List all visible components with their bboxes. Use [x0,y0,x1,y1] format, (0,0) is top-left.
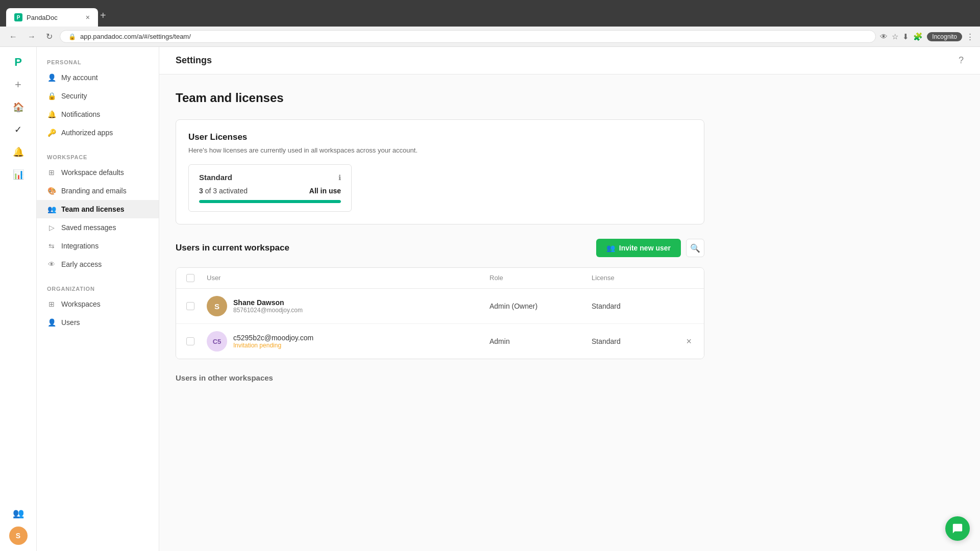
integrations-label: Integrations [61,242,99,250]
rail-pandadoc-logo[interactable]: P [9,53,28,71]
license-progress-fill [199,200,341,203]
workspace-section-label: WORKSPACE [37,150,159,163]
browser-chrome: P PandaDoc × + ← → ↻ 🔒 app.pandadoc.com/… [0,0,980,47]
users-table: User Role License S [176,267,704,359]
help-button[interactable]: ? [959,55,964,66]
sidebar-item-integrations[interactable]: ⇆ Integrations [37,237,159,255]
table-row: S Shane Dawson 85761024@moodjoy.com Admi… [176,289,704,324]
main-content: Settings ? Team and licenses User Licens… [159,47,980,551]
chat-icon [952,523,963,534]
sidebar-item-users[interactable]: 👤 Users [37,313,159,332]
search-icon: 🔍 [690,243,700,253]
search-users-button[interactable]: 🔍 [686,239,704,257]
row2-checkbox[interactable] [186,337,194,345]
reload-button[interactable]: ↻ [43,30,56,43]
license-progress-bar [199,200,341,203]
row1-checkbox-cell [186,302,207,310]
rail-user-avatar[interactable]: S [9,527,28,545]
row2-checkbox-cell [186,337,207,345]
sidebar-item-saved-messages[interactable]: ▷ Saved messages [37,218,159,237]
content-area: Team and licenses User Licenses Here's h… [159,74,721,398]
user-licenses-subtitle: Here's how licenses are currently used i… [188,146,692,154]
active-tab[interactable]: P PandaDoc × [6,8,98,27]
row1-role-cell: Admin (Owner) [489,302,592,310]
workspaces-icon: ⊞ [47,299,56,309]
row2-user-email: c5295b2c@moodjoy.com [233,334,313,342]
authorized-apps-icon: 🔑 [47,128,56,137]
row1-user-cell: S Shane Dawson 85761024@moodjoy.com [207,296,489,316]
rail-check-icon[interactable]: ✓ [9,120,28,139]
early-access-icon: 👁 [47,260,56,269]
download-icon[interactable]: ⬇ [902,32,909,41]
license-status: All in use [309,187,341,195]
row1-license-cell: Standard [592,302,694,310]
users-icon: 👤 [47,318,56,327]
users-section-title: Users in current workspace [176,243,289,253]
license-info-icon[interactable]: ℹ [338,173,341,182]
rail-home-icon[interactable]: 🏠 [9,98,28,116]
forward-button[interactable]: → [24,30,39,43]
row1-user-email: 85761024@moodjoy.com [233,307,303,314]
settings-heading: Settings [176,55,212,66]
tab-close-button[interactable]: × [86,13,90,21]
sidebar-item-branding-emails[interactable]: 🎨 Branding and emails [37,182,159,200]
bookmark-icon[interactable]: ☆ [892,32,898,41]
extensions-icon[interactable]: 🧩 [913,32,923,41]
table-row: C5 c5295b2c@moodjoy.com Invitation pendi… [176,324,704,359]
rail-people-icon[interactable]: 👥 [9,504,28,522]
personal-section-label: PERSONAL [37,55,159,68]
sidebar-item-team-licenses[interactable]: 👥 Team and licenses [37,200,159,218]
tab-title: PandaDoc [27,14,82,21]
tab-favicon: P [14,13,22,21]
rail-add-button[interactable]: + [9,76,28,94]
back-button[interactable]: ← [6,30,20,43]
row1-user-info: Shane Dawson 85761024@moodjoy.com [233,298,303,314]
workspaces-label: Workspaces [61,300,101,308]
sidebar-item-notifications[interactable]: 🔔 Notifications [37,105,159,123]
address-bar[interactable]: 🔒 app.pandadoc.com/a/#/settings/team/ [60,30,876,43]
users-section-header: Users in current workspace 👥 Invite new … [176,239,704,257]
incognito-badge: Incognito [927,32,962,41]
rail-bell-icon[interactable]: 🔔 [9,143,28,161]
dismiss-invitation-button[interactable]: × [686,336,692,347]
sidebar-item-authorized-apps[interactable]: 🔑 Authorized apps [37,123,159,142]
sidebar-item-early-access[interactable]: 👁 Early access [37,255,159,273]
users-label: Users [61,318,80,327]
authorized-apps-label: Authorized apps [61,129,113,137]
row1-user-name: Shane Dawson [233,298,303,307]
sidebar-item-my-account[interactable]: 👤 My account [37,68,159,87]
license-box: Standard ℹ 3 of 3 activated All in use [188,164,352,212]
sidebar-item-workspace-defaults[interactable]: ⊞ Workspace defaults [37,163,159,182]
invite-new-user-button[interactable]: 👥 Invite new user [596,239,681,257]
row1-user-avatar: S [207,296,227,316]
invite-btn-label: Invite new user [619,244,671,252]
menu-icon[interactable]: ⋮ [966,32,974,41]
chat-bubble-button[interactable] [945,516,970,541]
sidebar: PERSONAL 👤 My account 🔒 Security 🔔 Notif… [37,47,159,551]
branding-emails-label: Branding and emails [61,187,127,195]
organization-section-label: ORGANIZATION [37,282,159,295]
integrations-icon: ⇆ [47,241,56,251]
row2-avatar-initials: C5 [213,338,222,345]
row2-user-cell: C5 c5295b2c@moodjoy.com Invitation pendi… [207,331,489,352]
role-column-header: Role [489,274,592,282]
header-checkbox-cell [186,274,207,282]
eye-icon[interactable]: 👁 [880,32,888,41]
other-workspaces-title: Users in other workspaces [176,373,704,382]
saved-messages-icon: ▷ [47,223,56,232]
sidebar-item-security[interactable]: 🔒 Security [37,87,159,105]
row2-license-cell: Standard [592,337,694,345]
my-account-label: My account [61,73,98,82]
select-all-checkbox[interactable] [186,274,194,282]
rail-chart-icon[interactable]: 📊 [9,165,28,184]
sidebar-item-workspaces[interactable]: ⊞ Workspaces [37,295,159,313]
notifications-icon: 🔔 [47,110,56,119]
invite-icon: 👥 [606,244,615,252]
activated-label: of 3 activated [205,187,248,195]
new-tab-button[interactable]: + [100,10,106,21]
workspace-defaults-icon: ⊞ [47,168,56,177]
license-count: 3 of 3 activated [199,187,248,195]
row1-checkbox[interactable] [186,302,194,310]
workspace-defaults-label: Workspace defaults [61,168,124,177]
saved-messages-label: Saved messages [61,223,116,232]
